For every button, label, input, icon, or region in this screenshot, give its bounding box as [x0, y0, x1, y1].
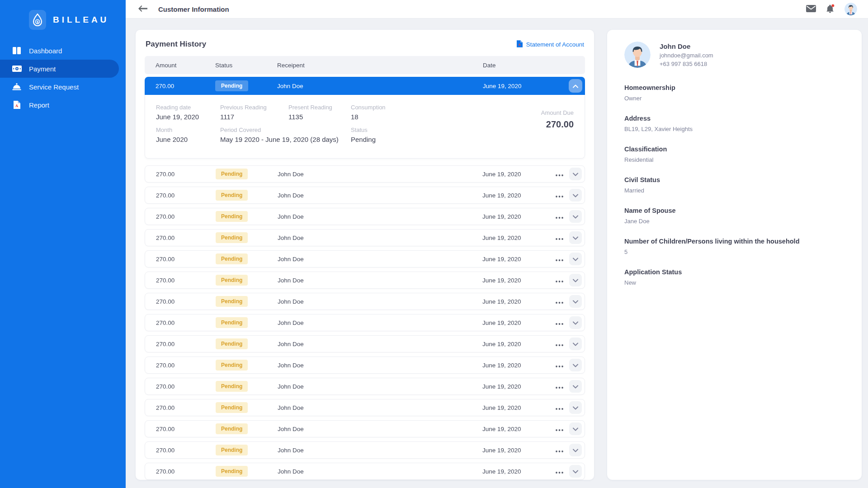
table-row[interactable]: 270.00 Pending John Doe June 19, 2020: [145, 250, 585, 267]
row-menu-button[interactable]: [556, 171, 563, 178]
row-amount: 270.00: [145, 426, 216, 432]
row-date: June 19, 2020: [482, 235, 550, 241]
row-menu-button[interactable]: [556, 277, 563, 284]
row-recipient: John Doe: [278, 468, 482, 475]
expand-row-button[interactable]: [569, 444, 582, 456]
customer-info-panel: John Doe johndoe@gmail.com +63 997 835 6…: [607, 30, 862, 480]
expanded-table-row[interactable]: 270.00 Pending John Doe June 19, 2020: [145, 77, 585, 95]
expand-row-button[interactable]: [569, 274, 582, 286]
table-row[interactable]: 270.00 Pending John Doe June 19, 2020: [145, 314, 585, 331]
chevron-down-icon: [573, 256, 578, 263]
detail-month: Month June 2020: [156, 127, 220, 143]
row-amount: 270.00: [145, 192, 216, 199]
status-badge: Pending: [216, 253, 248, 264]
row-menu-button[interactable]: [556, 383, 563, 390]
expand-row-button[interactable]: [569, 422, 582, 435]
expand-row-button[interactable]: [569, 359, 582, 371]
status-badge: Pending: [216, 445, 248, 455]
row-menu-button[interactable]: [556, 235, 563, 241]
sidebar-item-label: Report: [29, 101, 49, 109]
table-row[interactable]: 270.00 Pending John Doe June 19, 2020: [145, 165, 585, 183]
sidebar: $ BILLEAU Dashboard: [0, 0, 126, 488]
customer-field: Application Status New: [624, 268, 844, 286]
table-row[interactable]: 270.00 Pending John Doe June 19, 2020: [145, 463, 585, 480]
customer-fields: Homeownership Owner Address BL19, L29, X…: [624, 84, 844, 286]
table-row[interactable]: 270.00 Pending John Doe June 19, 2020: [145, 441, 585, 459]
row-recipient: John Doe: [278, 235, 482, 241]
sidebar-item-report[interactable]: Report: [0, 96, 126, 114]
ellipsis-icon: [556, 192, 563, 199]
row-menu-button[interactable]: [556, 426, 563, 432]
sidebar-item-service-request[interactable]: Service Request: [0, 78, 126, 96]
notifications-button[interactable]: [826, 4, 835, 14]
table-row[interactable]: 270.00 Pending John Doe June 19, 2020: [145, 378, 585, 395]
expand-row-button[interactable]: [569, 210, 582, 223]
ellipsis-icon: [556, 256, 563, 263]
customer-phone: +63 997 835 6618: [660, 61, 713, 67]
row-date: June 19, 2020: [482, 447, 550, 454]
row-recipient: John Doe: [278, 298, 482, 305]
row-menu-button[interactable]: [556, 298, 563, 305]
row-menu-button[interactable]: [556, 404, 563, 411]
messages-button[interactable]: [806, 5, 816, 14]
detail-period-covered: Period Covered May 19 2020 - June 19, 20…: [220, 127, 351, 143]
row-menu-button[interactable]: [556, 256, 563, 263]
expand-row-button[interactable]: [569, 316, 582, 329]
row-amount: 270.00: [145, 362, 216, 369]
profile-button[interactable]: [844, 3, 857, 15]
row-menu-button[interactable]: [556, 447, 563, 454]
row-amount: 270.00: [145, 341, 216, 347]
expand-row-button[interactable]: [569, 231, 582, 244]
table-row[interactable]: 270.00 Pending John Doe June 19, 2020: [145, 357, 585, 374]
expand-row-button[interactable]: [569, 465, 582, 478]
amount-due: Amount Due 270.00: [541, 109, 574, 130]
service-request-icon: [12, 83, 22, 90]
table-row[interactable]: 270.00 Pending John Doe June 19, 2020: [145, 293, 585, 310]
table-row[interactable]: 270.00 Pending John Doe June 19, 2020: [145, 399, 585, 416]
brand: $ BILLEAU: [0, 0, 126, 30]
ellipsis-icon: [556, 213, 563, 220]
expand-row-button[interactable]: [569, 380, 582, 393]
customer-field: Number of Children/Persons living within…: [624, 238, 844, 255]
expand-row-button[interactable]: [569, 189, 582, 202]
status-badge: Pending: [216, 338, 248, 349]
row-recipient: John Doe: [278, 383, 482, 390]
envelope-icon: [806, 5, 816, 14]
table-row[interactable]: 270.00 Pending John Doe June 19, 2020: [145, 187, 585, 204]
expand-row-button[interactable]: [569, 253, 582, 265]
row-menu-button[interactable]: [556, 362, 563, 369]
row-menu-button[interactable]: [556, 468, 563, 475]
chevron-down-icon: [573, 192, 578, 199]
chevron-down-icon: [573, 362, 578, 369]
payment-history-panel: Payment History Statement of Account Amo…: [136, 30, 594, 480]
status-badge: Pending: [216, 296, 248, 307]
table-row[interactable]: 270.00 Pending John Doe June 19, 2020: [145, 229, 585, 246]
table-row[interactable]: 270.00 Pending John Doe June 19, 2020: [145, 420, 585, 437]
expand-row-button[interactable]: [569, 338, 582, 350]
table-row[interactable]: 270.00 Pending John Doe June 19, 2020: [145, 208, 585, 225]
chevron-down-icon: [573, 298, 578, 305]
sidebar-item-dashboard[interactable]: Dashboard: [0, 42, 126, 60]
row-date: June 19, 2020: [482, 319, 550, 326]
table-row[interactable]: 270.00 Pending John Doe June 19, 2020: [145, 335, 585, 352]
back-button[interactable]: [138, 5, 147, 13]
expand-row-button[interactable]: [569, 295, 582, 308]
row-menu-button[interactable]: [556, 319, 563, 326]
row-menu-button[interactable]: [556, 213, 563, 220]
status-badge: Pending: [216, 402, 248, 413]
payment-rows: 270.00 Pending John Doe June 19, 2020: [145, 165, 585, 480]
row-recipient: John Doe: [278, 341, 482, 347]
status-badge: Pending: [216, 232, 248, 243]
ellipsis-icon: [556, 277, 563, 284]
expand-row-button[interactable]: [569, 401, 582, 414]
statement-of-account-link[interactable]: Statement of Account: [517, 40, 584, 49]
document-icon: [517, 40, 523, 49]
customer-identity: John Doe johndoe@gmail.com +63 997 835 6…: [660, 42, 713, 68]
row-menu-button[interactable]: [556, 341, 563, 347]
field-label: Civil Status: [624, 176, 844, 183]
collapse-row-button[interactable]: [569, 79, 582, 93]
table-row[interactable]: 270.00 Pending John Doe June 19, 2020: [145, 272, 585, 289]
sidebar-item-payment[interactable]: Payment: [0, 60, 119, 78]
row-menu-button[interactable]: [556, 192, 563, 199]
expand-row-button[interactable]: [569, 168, 582, 180]
